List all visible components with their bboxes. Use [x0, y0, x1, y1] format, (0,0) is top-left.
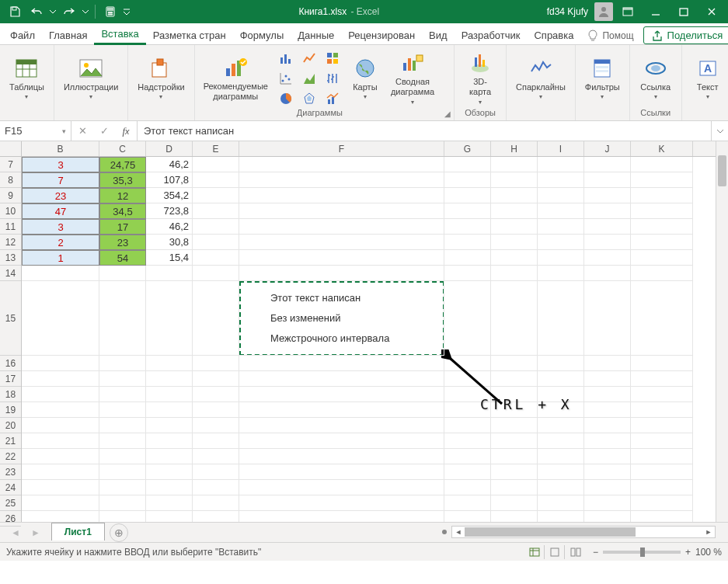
add-sheet-button[interactable]: ⊕ — [110, 523, 128, 542]
tab-review[interactable]: Рецензирован — [341, 26, 422, 44]
illustrations-button[interactable]: Иллюстрации▾ — [61, 54, 121, 103]
cell-C8[interactable]: 35,3 — [99, 172, 146, 188]
hierarchy-chart-icon[interactable] — [322, 49, 343, 68]
row-header-18[interactable]: 18 — [0, 387, 21, 402]
line-chart-icon[interactable] — [298, 49, 320, 68]
radar-chart-icon[interactable] — [298, 89, 320, 108]
redo-button[interactable] — [59, 2, 79, 22]
col-header-J[interactable]: J — [584, 141, 631, 156]
row-header-20[interactable]: 20 — [0, 418, 21, 433]
close-button[interactable] — [698, 1, 725, 23]
tell-me-button[interactable]: Помощ — [580, 27, 639, 44]
row-header-19[interactable]: 19 — [0, 402, 21, 418]
tables-button[interactable]: Таблицы▾ — [6, 54, 47, 103]
page-break-view-button[interactable] — [566, 545, 585, 559]
cell-D11[interactable]: 46,2 — [146, 219, 193, 235]
vertical-scrollbar[interactable] — [716, 141, 728, 522]
zoom-level[interactable]: 100 % — [695, 547, 722, 558]
cell-B13[interactable]: 1 — [22, 250, 99, 266]
scatter-chart-icon[interactable] — [275, 69, 297, 88]
cell-B8[interactable]: 7 — [22, 172, 99, 188]
charts-launcher[interactable]: ◢ — [444, 110, 451, 118]
col-header-C[interactable]: C — [99, 141, 146, 156]
addins-button[interactable]: Надстройки▾ — [134, 54, 187, 103]
link-button[interactable]: Ссылка▾ — [636, 54, 675, 103]
cell-D12[interactable]: 30,8 — [146, 235, 193, 250]
row-header-9[interactable]: 9 — [0, 188, 21, 203]
tab-home[interactable]: Главная — [42, 26, 94, 44]
pivot-chart-button[interactable]: Сводная диаграмма▾ — [387, 49, 438, 106]
tab-layout[interactable]: Разметка стран — [146, 26, 233, 44]
ribbon-options-button[interactable] — [615, 1, 641, 23]
cell-D7[interactable]: 46,2 — [146, 157, 193, 172]
cell-B11[interactable]: 3 — [22, 219, 99, 235]
stock-chart-icon[interactable] — [322, 69, 343, 88]
confirm-edit-button[interactable]: ✓ — [93, 125, 115, 137]
zoom-control[interactable]: − + 100 % — [593, 547, 722, 558]
recommended-charts-button[interactable]: Рекомендуемые диаграммы — [201, 54, 270, 103]
horizontal-scrollbar[interactable]: ◄► — [451, 526, 716, 538]
sparklines-button[interactable]: Спарклайны▾ — [513, 54, 569, 103]
3d-map-button[interactable]: 3D-карта▾ — [461, 49, 500, 106]
undo-button[interactable] — [26, 2, 47, 22]
row-header-12[interactable]: 12 — [0, 235, 21, 250]
qat-customize[interactable] — [122, 2, 131, 22]
tab-split-handle[interactable] — [442, 530, 447, 534]
cell-B12[interactable]: 2 — [22, 235, 99, 250]
row-header-25[interactable]: 25 — [0, 495, 21, 511]
maps-button[interactable]: Карты▾ — [348, 54, 382, 103]
maximize-button[interactable] — [671, 1, 697, 23]
cell-F15[interactable]: Этот текст написанБез измененийМежстрочн… — [239, 281, 444, 356]
col-header-H[interactable]: H — [491, 141, 538, 156]
normal-view-button[interactable] — [526, 545, 545, 559]
save-button[interactable] — [5, 2, 25, 22]
tab-insert[interactable]: Вставка — [94, 24, 145, 45]
row-header-26[interactable]: 26 — [0, 511, 21, 527]
bar-chart-icon[interactable] — [275, 49, 297, 68]
undo-dropdown[interactable] — [48, 2, 57, 22]
cell-C11[interactable]: 17 — [99, 219, 146, 235]
row-header-10[interactable]: 10 — [0, 203, 21, 219]
tab-formulas[interactable]: Формулы — [233, 26, 291, 44]
row-header-16[interactable]: 16 — [0, 356, 21, 371]
cancel-edit-button[interactable]: ✕ — [71, 125, 93, 137]
row-header-7[interactable]: 7 — [0, 157, 21, 172]
share-button[interactable]: Поделиться — [643, 26, 728, 44]
page-layout-view-button[interactable] — [546, 545, 565, 559]
combo-chart-icon[interactable] — [322, 89, 343, 108]
tab-file[interactable]: Файл — [3, 26, 42, 44]
sheet-tab-1[interactable]: Лист1 — [51, 523, 105, 541]
minimize-button[interactable] — [643, 1, 669, 23]
pie-chart-icon[interactable] — [275, 89, 297, 108]
row-header-24[interactable]: 24 — [0, 480, 21, 495]
row-headers[interactable]: 7891011121314151617181920212223242526 — [0, 157, 22, 522]
redo-dropdown[interactable] — [81, 2, 90, 22]
column-headers[interactable]: BCDEFGHIJK — [22, 141, 716, 157]
formula-input[interactable]: Этот текст написан — [138, 121, 711, 141]
row-header-15[interactable]: 15 — [0, 281, 21, 356]
zoom-slider-thumb[interactable] — [640, 548, 645, 557]
row-header-17[interactable]: 17 — [0, 371, 21, 387]
insert-function-button[interactable]: fx — [115, 125, 137, 137]
avatar[interactable] — [594, 2, 613, 21]
row-header-8[interactable]: 8 — [0, 172, 21, 188]
cell-D9[interactable]: 354,2 — [146, 188, 193, 203]
text-button[interactable]: A Текст▾ — [688, 54, 727, 103]
spreadsheet-grid[interactable]: BCDEFGHIJK 78910111213141516171819202122… — [0, 141, 728, 522]
col-header-B[interactable]: B — [22, 141, 99, 156]
row-header-23[interactable]: 23 — [0, 464, 21, 480]
row-header-21[interactable]: 21 — [0, 433, 21, 449]
row-header-22[interactable]: 22 — [0, 449, 21, 464]
tab-view[interactable]: Вид — [422, 26, 455, 44]
col-header-D[interactable]: D — [146, 141, 193, 156]
col-header-I[interactable]: I — [538, 141, 584, 156]
cell-B10[interactable]: 47 — [22, 203, 99, 219]
tab-developer[interactable]: Разработчик — [455, 26, 528, 44]
col-header-E[interactable]: E — [193, 141, 239, 156]
cell-C12[interactable]: 23 — [99, 235, 146, 250]
row-header-13[interactable]: 13 — [0, 250, 21, 266]
sheet-nav-prev[interactable]: ◄ — [11, 527, 20, 538]
sheet-nav-next[interactable]: ► — [31, 527, 40, 538]
cell-D13[interactable]: 15,4 — [146, 250, 193, 266]
select-all-corner[interactable] — [0, 141, 22, 157]
